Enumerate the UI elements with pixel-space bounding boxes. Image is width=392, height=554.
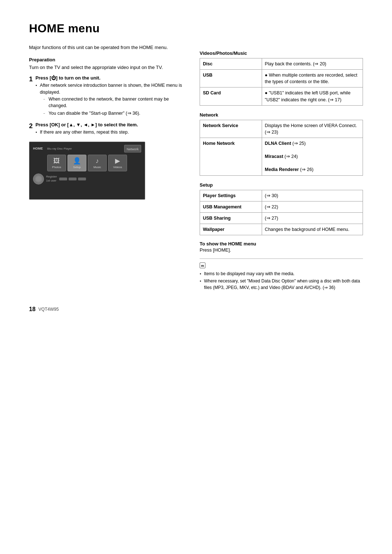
usb-value: ● When multiple contents are recorded, s… <box>262 70 363 87</box>
setup-heading: Setup <box>200 182 363 188</box>
device-screen: HOME Blu-ray Disc Player Network 🖼 Photo… <box>29 142 145 200</box>
table-row-wallpaper: Wallpaper Changes the background of HOME… <box>200 224 363 235</box>
disc-value: Play back the contents. (⇒ 20) <box>262 58 363 70</box>
step-2-bullets: If there are any other items, repeat thi… <box>36 129 184 136</box>
step-1-title: Press [⏻] to turn on the unit. <box>36 75 184 81</box>
device-player-label: Blu-ray Disc Player <box>47 147 72 150</box>
disc-label: Disc <box>200 58 262 70</box>
table-row-usb-management: USB Management (⇒ 22) <box>200 201 363 212</box>
step-1-bullet-1: After network service introduction banne… <box>36 82 184 117</box>
table-row-home-network: Home Network DLNA Client (⇒ 25) Miracast… <box>200 138 363 175</box>
step-1: 1 Press [⏻] to turn on the unit. After n… <box>29 75 185 118</box>
sdcard-value: ● "USB1" indicates the left USB port, wh… <box>262 87 363 105</box>
page-number: 18 <box>29 306 36 313</box>
network-service-value: Displays the Home screen of VIERA Connec… <box>262 120 363 138</box>
network-service-label: Network Service <box>200 120 262 138</box>
setup-table: Player Settings (⇒ 30) USB Management (⇒… <box>200 190 363 236</box>
wallpaper-value: Changes the background of HOME menu. <box>262 224 363 235</box>
network-table: Network Service Displays the Home screen… <box>200 120 363 176</box>
note-item-2: Where necessary, set "Mixed Data Disc Op… <box>200 278 363 291</box>
device-bottom: Register1st user <box>33 174 141 184</box>
usb-sharing-label: USB Sharing <box>200 212 262 224</box>
network-heading: Network <box>200 112 363 118</box>
usb-label: USB <box>200 70 262 87</box>
page-title: HOME menu <box>29 22 363 35</box>
step-2: 2 Press [OK] or [▲, ▼, ◄, ►] to select t… <box>29 122 185 137</box>
left-column: Major functions of this unit can be oper… <box>29 44 185 292</box>
note-icon: m <box>200 262 205 268</box>
divider <box>200 258 363 259</box>
device-icon-setup: 👤 Setup <box>68 155 86 171</box>
to-show-title: To show the HOME menu <box>200 241 363 247</box>
step-1-bullets: After network service introduction banne… <box>36 82 184 117</box>
device-register: Register1st user <box>46 175 57 183</box>
table-row-usb: USB ● When multiple contents are recorde… <box>200 70 363 87</box>
table-row-sdcard: SD Card ● "USB1" indicates the left USB … <box>200 87 363 105</box>
device-icon-videos: ▶ Videos <box>108 155 127 171</box>
page: HOME menu Major functions of this unit c… <box>29 22 363 313</box>
note-item-1: Items to be displayed may vary with the … <box>200 270 363 277</box>
device-dots <box>59 178 86 180</box>
intro-text: Major functions of this unit can be oper… <box>29 44 185 51</box>
home-network-label: Home Network <box>200 138 262 175</box>
device-icons-row: 🖼 Photos 👤 Setup ♪ Music ▶ Videos <box>33 155 141 171</box>
device-disc <box>33 174 44 184</box>
step-1-sub-1: When connected to the network, the banne… <box>44 96 184 110</box>
device-home-label: HOME <box>33 147 43 150</box>
usb-management-label: USB Management <box>200 201 262 212</box>
wallpaper-label: Wallpaper <box>200 224 262 235</box>
right-column: Videos/Photos/Music Disc Play back the c… <box>200 44 363 292</box>
model-number: VQT4W95 <box>38 307 59 312</box>
table-row-player-settings: Player Settings (⇒ 30) <box>200 190 363 201</box>
table-row-network-service: Network Service Displays the Home screen… <box>200 120 363 138</box>
device-network-icon: Network <box>127 147 139 151</box>
step-2-bullet-1: If there are any other items, repeat thi… <box>36 129 184 136</box>
step-2-title: Press [OK] or [▲, ▼, ◄, ►] to select the… <box>36 122 184 127</box>
notes-list: Items to be displayed may vary with the … <box>200 270 363 291</box>
videos-photos-music-heading: Videos/Photos/Music <box>200 50 363 56</box>
device-icon-photos: 🖼 Photos <box>47 155 66 171</box>
to-show-text: Press [HOME]. <box>200 247 363 253</box>
table-row-usb-sharing: USB Sharing (⇒ 27) <box>200 212 363 224</box>
step-2-num: 2 <box>29 122 33 130</box>
table-row-disc: Disc Play back the contents. (⇒ 20) <box>200 58 363 70</box>
home-network-value: DLNA Client (⇒ 25) Miracast (⇒ 24) Media… <box>262 138 363 175</box>
player-settings-label: Player Settings <box>200 190 262 201</box>
usb-sharing-value: (⇒ 27) <box>262 212 363 224</box>
device-icon-music: ♪ Music <box>88 155 107 171</box>
page-footer: 18 VQT4W95 <box>29 306 363 313</box>
to-show-section: To show the HOME menu Press [HOME]. <box>200 241 363 253</box>
preparation-text: Turn on the TV and select the appropriat… <box>29 64 185 71</box>
preparation-label: Preparation <box>29 57 185 62</box>
player-settings-value: (⇒ 30) <box>262 190 363 201</box>
usb-management-value: (⇒ 22) <box>262 201 363 212</box>
notes-section: m Items to be displayed may vary with th… <box>200 262 363 291</box>
step-1-sub-2: You can disable the "Start-up Banner" (⇒… <box>44 110 184 117</box>
videos-table: Disc Play back the contents. (⇒ 20) USB … <box>200 58 363 106</box>
step-1-num: 1 <box>29 76 33 83</box>
sdcard-label: SD Card <box>200 87 262 105</box>
